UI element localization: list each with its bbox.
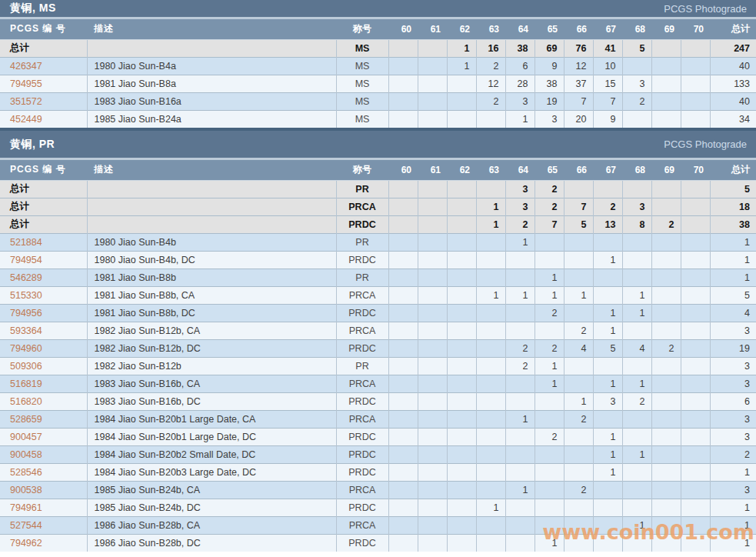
grade-65-cell: 3: [535, 110, 564, 128]
grade-62-cell: [447, 110, 476, 128]
grade-69-cell: [651, 463, 681, 481]
pcgs-number-link[interactable]: 794954: [10, 255, 42, 265]
grade-68-cell: 1: [622, 286, 651, 304]
grade-69-cell: [651, 445, 681, 463]
grade-66-cell: 1: [564, 286, 593, 304]
pcgs-number-link[interactable]: 521884: [10, 237, 42, 248]
pcgs-number-cell: 516819: [0, 375, 87, 392]
description-cell: 1986 Jiao Sun-B28b, DC: [87, 534, 336, 552]
pcgs-number-link[interactable]: 794956: [10, 308, 42, 319]
grade-67-cell: 1: [593, 375, 622, 392]
pcgs-number-link[interactable]: 351572: [10, 96, 42, 107]
total-cell: 133: [710, 75, 756, 92]
grade-64-cell: [505, 516, 535, 534]
grade-65-cell: [535, 392, 564, 410]
grade-68-cell: [622, 481, 651, 499]
pcgs-number-link[interactable]: 509306: [10, 361, 42, 372]
photograde-link[interactable]: PCGS Photograde: [664, 138, 747, 150]
grade-63-cell: [476, 534, 505, 552]
grade-69-cell: [651, 481, 681, 499]
grade-63-cell: [476, 428, 505, 445]
grade-69-cell: 2: [651, 215, 681, 233]
grade-65-cell: 1: [535, 357, 564, 375]
pcgs-number-cell: 515330: [0, 286, 87, 304]
col-grade-63: 63: [476, 19, 505, 39]
summary-label: 总计: [0, 215, 87, 233]
pcgs-number-link[interactable]: 527544: [10, 520, 42, 531]
grade-61-cell: [418, 39, 447, 57]
pcgs-number-link[interactable]: 900457: [10, 432, 42, 442]
grade-62-cell: 1: [447, 57, 476, 75]
population-table: PCGS 编 号 描述 称号 60 61 62 63 64 65 66 67 6…: [0, 19, 756, 128]
pcgs-number-link[interactable]: 515330: [10, 290, 42, 301]
col-grade-62: 62: [447, 160, 476, 180]
grade-64-cell: 2: [505, 339, 535, 357]
grade-70-cell: [681, 410, 710, 428]
total-cell: 1: [710, 251, 756, 268]
col-grade-70: 70: [681, 160, 710, 180]
pcgs-number-link[interactable]: 516820: [10, 396, 42, 407]
designation-cell: PRDC: [336, 251, 388, 268]
grade-67-cell: 2: [593, 198, 622, 215]
designation-cell: PRDC: [336, 428, 388, 445]
grade-68-cell: [622, 410, 651, 428]
description-cell: 1986 Jiao Sun-B28b, CA: [87, 516, 336, 534]
total-cell: 3: [710, 322, 756, 339]
grade-64-cell: [505, 304, 535, 322]
grade-69-cell: [651, 286, 681, 304]
grade-65-cell: [535, 233, 564, 251]
pcgs-number-link[interactable]: 794962: [10, 538, 42, 549]
grade-67-cell: [593, 410, 622, 428]
pcgs-number-link[interactable]: 452449: [10, 114, 42, 125]
grade-70-cell: [681, 251, 710, 268]
col-description: 描述: [87, 160, 336, 180]
pcgs-number-cell: 426347: [0, 57, 87, 75]
grade-63-cell: [476, 180, 505, 198]
photograde-link[interactable]: PCGS Photograde: [664, 3, 747, 15]
description-cell: [87, 215, 336, 233]
total-cell: 5: [710, 286, 756, 304]
grade-68-cell: [622, 322, 651, 339]
grade-61-cell: [418, 75, 447, 92]
grade-61-cell: [418, 286, 447, 304]
pcgs-number-link[interactable]: 593364: [10, 325, 42, 336]
grade-66-cell: [564, 499, 593, 516]
description-cell: 1981 Jiao Sun-B8a: [87, 75, 336, 92]
table-row: 5462891981 Jiao Sun-B8bPR11: [0, 268, 756, 286]
grade-68-cell: 1: [622, 304, 651, 322]
pcgs-number-link[interactable]: 794961: [10, 502, 42, 513]
table-row: 5933641982 Jiao Sun-B12b, CAPRCA213: [0, 322, 756, 339]
pcgs-number-link[interactable]: 528546: [10, 467, 42, 478]
grade-68-cell: [622, 180, 651, 198]
description-cell: 1985 Jiao Sun-B24b, CA: [87, 481, 336, 499]
pcgs-number-link[interactable]: 528659: [10, 414, 42, 425]
grade-66-cell: 7: [564, 92, 593, 110]
pcgs-number-link[interactable]: 794960: [10, 343, 42, 354]
grade-66-cell: 2: [564, 322, 593, 339]
grade-62-cell: [447, 499, 476, 516]
grade-63-cell: [476, 392, 505, 410]
grade-62-cell: [447, 75, 476, 92]
pcgs-number-link[interactable]: 546289: [10, 272, 42, 283]
grade-60-cell: [388, 233, 418, 251]
pcgs-number-link[interactable]: 900458: [10, 449, 42, 460]
total-cell: 38: [710, 215, 756, 233]
col-grade-68: 68: [622, 160, 651, 180]
grade-61-cell: [418, 339, 447, 357]
grade-68-cell: [622, 251, 651, 268]
pcgs-number-link[interactable]: 900538: [10, 485, 42, 495]
grade-69-cell: [651, 304, 681, 322]
pcgs-number-link[interactable]: 794955: [10, 78, 42, 89]
grade-70-cell: [681, 428, 710, 445]
grade-60-cell: [388, 481, 418, 499]
grade-60-cell: [388, 516, 418, 534]
grade-69-cell: [651, 375, 681, 392]
header-row: PCGS 编 号 描述 称号 60 61 62 63 64 65 66 67 6…: [0, 160, 756, 180]
grade-63-cell: [476, 410, 505, 428]
table-row: 7949551981 Jiao Sun-B8aMS12283837153133: [0, 75, 756, 92]
grade-66-cell: 4: [564, 339, 593, 357]
designation-cell: PR: [336, 357, 388, 375]
col-grade-65: 65: [535, 19, 564, 39]
pcgs-number-link[interactable]: 516819: [10, 379, 42, 389]
pcgs-number-link[interactable]: 426347: [10, 61, 42, 72]
